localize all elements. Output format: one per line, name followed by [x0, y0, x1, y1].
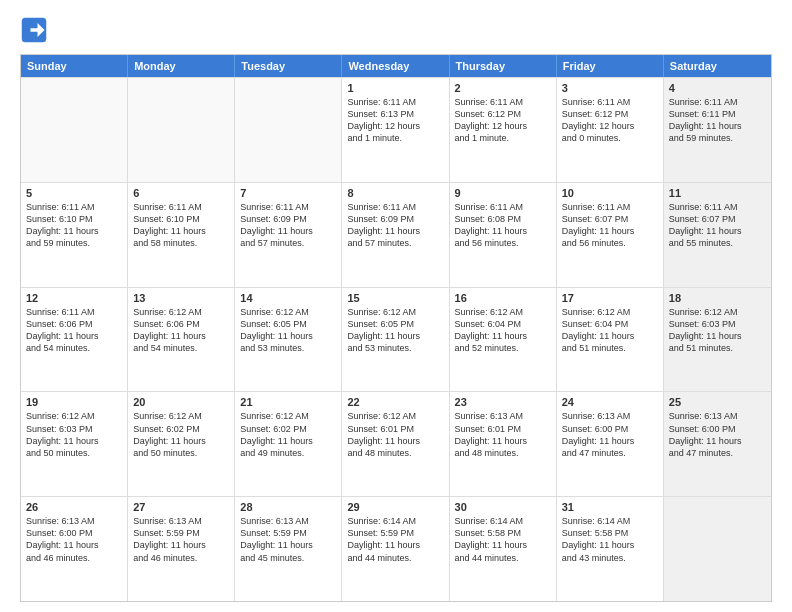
header-saturday: Saturday	[664, 55, 771, 77]
cell-text: Sunrise: 6:11 AM Sunset: 6:06 PM Dayligh…	[26, 306, 122, 355]
cal-cell-r1-c3: 8Sunrise: 6:11 AM Sunset: 6:09 PM Daylig…	[342, 183, 449, 287]
cal-cell-r0-c6: 4Sunrise: 6:11 AM Sunset: 6:11 PM Daylig…	[664, 78, 771, 182]
calendar-body: 1Sunrise: 6:11 AM Sunset: 6:13 PM Daylig…	[21, 77, 771, 601]
cell-text: Sunrise: 6:11 AM Sunset: 6:09 PM Dayligh…	[347, 201, 443, 250]
cal-cell-r4-c2: 28Sunrise: 6:13 AM Sunset: 5:59 PM Dayli…	[235, 497, 342, 601]
cell-text: Sunrise: 6:12 AM Sunset: 6:03 PM Dayligh…	[26, 410, 122, 459]
cal-cell-r1-c6: 11Sunrise: 6:11 AM Sunset: 6:07 PM Dayli…	[664, 183, 771, 287]
day-number: 2	[455, 82, 551, 94]
cal-cell-r2-c6: 18Sunrise: 6:12 AM Sunset: 6:03 PM Dayli…	[664, 288, 771, 392]
cell-text: Sunrise: 6:13 AM Sunset: 6:00 PM Dayligh…	[562, 410, 658, 459]
header-monday: Monday	[128, 55, 235, 77]
calendar-row-2: 12Sunrise: 6:11 AM Sunset: 6:06 PM Dayli…	[21, 287, 771, 392]
logo	[20, 16, 52, 44]
day-number: 4	[669, 82, 766, 94]
calendar-row-3: 19Sunrise: 6:12 AM Sunset: 6:03 PM Dayli…	[21, 391, 771, 496]
header-tuesday: Tuesday	[235, 55, 342, 77]
day-number: 27	[133, 501, 229, 513]
cal-cell-r0-c0	[21, 78, 128, 182]
day-number: 12	[26, 292, 122, 304]
header-friday: Friday	[557, 55, 664, 77]
day-number: 24	[562, 396, 658, 408]
cell-text: Sunrise: 6:12 AM Sunset: 6:03 PM Dayligh…	[669, 306, 766, 355]
day-number: 28	[240, 501, 336, 513]
cell-text: Sunrise: 6:13 AM Sunset: 5:59 PM Dayligh…	[133, 515, 229, 564]
cell-text: Sunrise: 6:11 AM Sunset: 6:12 PM Dayligh…	[562, 96, 658, 145]
day-number: 19	[26, 396, 122, 408]
calendar-row-0: 1Sunrise: 6:11 AM Sunset: 6:13 PM Daylig…	[21, 77, 771, 182]
cal-cell-r1-c1: 6Sunrise: 6:11 AM Sunset: 6:10 PM Daylig…	[128, 183, 235, 287]
day-number: 26	[26, 501, 122, 513]
cell-text: Sunrise: 6:13 AM Sunset: 6:00 PM Dayligh…	[669, 410, 766, 459]
cal-cell-r3-c3: 22Sunrise: 6:12 AM Sunset: 6:01 PM Dayli…	[342, 392, 449, 496]
cell-text: Sunrise: 6:12 AM Sunset: 6:05 PM Dayligh…	[240, 306, 336, 355]
day-number: 29	[347, 501, 443, 513]
day-number: 6	[133, 187, 229, 199]
cal-cell-r1-c5: 10Sunrise: 6:11 AM Sunset: 6:07 PM Dayli…	[557, 183, 664, 287]
day-number: 22	[347, 396, 443, 408]
day-number: 9	[455, 187, 551, 199]
cell-text: Sunrise: 6:11 AM Sunset: 6:13 PM Dayligh…	[347, 96, 443, 145]
cal-cell-r3-c0: 19Sunrise: 6:12 AM Sunset: 6:03 PM Dayli…	[21, 392, 128, 496]
cell-text: Sunrise: 6:11 AM Sunset: 6:09 PM Dayligh…	[240, 201, 336, 250]
calendar-row-1: 5Sunrise: 6:11 AM Sunset: 6:10 PM Daylig…	[21, 182, 771, 287]
day-number: 3	[562, 82, 658, 94]
cell-text: Sunrise: 6:14 AM Sunset: 5:58 PM Dayligh…	[562, 515, 658, 564]
cell-text: Sunrise: 6:12 AM Sunset: 6:04 PM Dayligh…	[562, 306, 658, 355]
cal-cell-r2-c1: 13Sunrise: 6:12 AM Sunset: 6:06 PM Dayli…	[128, 288, 235, 392]
cal-cell-r0-c5: 3Sunrise: 6:11 AM Sunset: 6:12 PM Daylig…	[557, 78, 664, 182]
day-number: 23	[455, 396, 551, 408]
day-number: 10	[562, 187, 658, 199]
cell-text: Sunrise: 6:12 AM Sunset: 6:02 PM Dayligh…	[240, 410, 336, 459]
cell-text: Sunrise: 6:11 AM Sunset: 6:10 PM Dayligh…	[133, 201, 229, 250]
cal-cell-r3-c5: 24Sunrise: 6:13 AM Sunset: 6:00 PM Dayli…	[557, 392, 664, 496]
day-number: 17	[562, 292, 658, 304]
header	[20, 16, 772, 44]
day-number: 30	[455, 501, 551, 513]
cal-cell-r0-c4: 2Sunrise: 6:11 AM Sunset: 6:12 PM Daylig…	[450, 78, 557, 182]
day-number: 25	[669, 396, 766, 408]
cell-text: Sunrise: 6:11 AM Sunset: 6:07 PM Dayligh…	[669, 201, 766, 250]
page: SundayMondayTuesdayWednesdayThursdayFrid…	[0, 0, 792, 612]
cell-text: Sunrise: 6:11 AM Sunset: 6:07 PM Dayligh…	[562, 201, 658, 250]
cal-cell-r0-c3: 1Sunrise: 6:11 AM Sunset: 6:13 PM Daylig…	[342, 78, 449, 182]
cell-text: Sunrise: 6:12 AM Sunset: 6:01 PM Dayligh…	[347, 410, 443, 459]
cell-text: Sunrise: 6:11 AM Sunset: 6:11 PM Dayligh…	[669, 96, 766, 145]
cell-text: Sunrise: 6:11 AM Sunset: 6:10 PM Dayligh…	[26, 201, 122, 250]
cell-text: Sunrise: 6:14 AM Sunset: 5:58 PM Dayligh…	[455, 515, 551, 564]
day-number: 21	[240, 396, 336, 408]
cell-text: Sunrise: 6:12 AM Sunset: 6:02 PM Dayligh…	[133, 410, 229, 459]
cell-text: Sunrise: 6:12 AM Sunset: 6:05 PM Dayligh…	[347, 306, 443, 355]
cal-cell-r4-c0: 26Sunrise: 6:13 AM Sunset: 6:00 PM Dayli…	[21, 497, 128, 601]
cal-cell-r0-c2	[235, 78, 342, 182]
cell-text: Sunrise: 6:13 AM Sunset: 5:59 PM Dayligh…	[240, 515, 336, 564]
cal-cell-r1-c0: 5Sunrise: 6:11 AM Sunset: 6:10 PM Daylig…	[21, 183, 128, 287]
cal-cell-r3-c2: 21Sunrise: 6:12 AM Sunset: 6:02 PM Dayli…	[235, 392, 342, 496]
cal-cell-r2-c0: 12Sunrise: 6:11 AM Sunset: 6:06 PM Dayli…	[21, 288, 128, 392]
day-number: 13	[133, 292, 229, 304]
cal-cell-r4-c4: 30Sunrise: 6:14 AM Sunset: 5:58 PM Dayli…	[450, 497, 557, 601]
logo-icon	[20, 16, 48, 44]
cal-cell-r3-c4: 23Sunrise: 6:13 AM Sunset: 6:01 PM Dayli…	[450, 392, 557, 496]
day-number: 11	[669, 187, 766, 199]
cal-cell-r2-c2: 14Sunrise: 6:12 AM Sunset: 6:05 PM Dayli…	[235, 288, 342, 392]
cal-cell-r2-c4: 16Sunrise: 6:12 AM Sunset: 6:04 PM Dayli…	[450, 288, 557, 392]
header-wednesday: Wednesday	[342, 55, 449, 77]
calendar-row-4: 26Sunrise: 6:13 AM Sunset: 6:00 PM Dayli…	[21, 496, 771, 601]
day-number: 18	[669, 292, 766, 304]
cal-cell-r1-c4: 9Sunrise: 6:11 AM Sunset: 6:08 PM Daylig…	[450, 183, 557, 287]
cal-cell-r4-c1: 27Sunrise: 6:13 AM Sunset: 5:59 PM Dayli…	[128, 497, 235, 601]
day-number: 7	[240, 187, 336, 199]
cell-text: Sunrise: 6:13 AM Sunset: 6:00 PM Dayligh…	[26, 515, 122, 564]
cal-cell-r1-c2: 7Sunrise: 6:11 AM Sunset: 6:09 PM Daylig…	[235, 183, 342, 287]
cal-cell-r4-c5: 31Sunrise: 6:14 AM Sunset: 5:58 PM Dayli…	[557, 497, 664, 601]
cell-text: Sunrise: 6:11 AM Sunset: 6:12 PM Dayligh…	[455, 96, 551, 145]
cell-text: Sunrise: 6:13 AM Sunset: 6:01 PM Dayligh…	[455, 410, 551, 459]
header-thursday: Thursday	[450, 55, 557, 77]
cell-text: Sunrise: 6:11 AM Sunset: 6:08 PM Dayligh…	[455, 201, 551, 250]
cal-cell-r0-c1	[128, 78, 235, 182]
cell-text: Sunrise: 6:14 AM Sunset: 5:59 PM Dayligh…	[347, 515, 443, 564]
cell-text: Sunrise: 6:12 AM Sunset: 6:04 PM Dayligh…	[455, 306, 551, 355]
cal-cell-r2-c5: 17Sunrise: 6:12 AM Sunset: 6:04 PM Dayli…	[557, 288, 664, 392]
day-number: 14	[240, 292, 336, 304]
